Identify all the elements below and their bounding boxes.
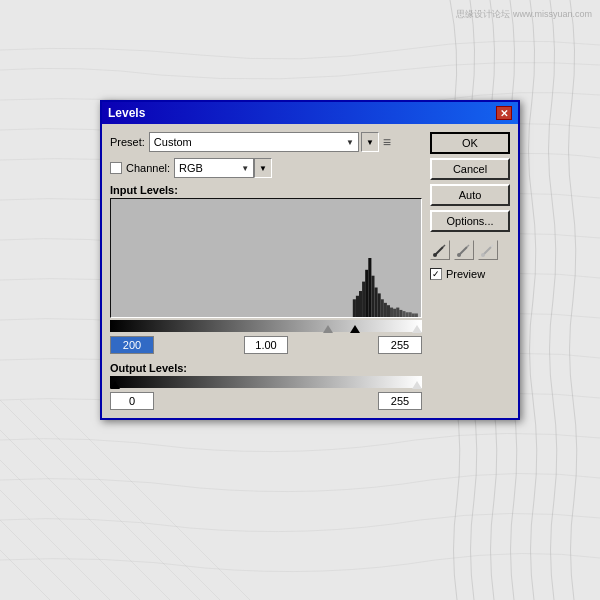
preset-row: Preset: Custom ▼ ▼ ≡ [110, 132, 422, 152]
svg-rect-29 [406, 312, 409, 317]
channel-dropdown-arrow: ▼ [241, 164, 249, 173]
channel-label: Channel: [126, 162, 170, 174]
preview-checkbox[interactable] [430, 268, 442, 280]
preview-label: Preview [446, 268, 485, 280]
output-white-slider[interactable] [412, 381, 422, 389]
input-slider-container [110, 320, 422, 332]
svg-rect-24 [390, 308, 393, 317]
input-levels-values [110, 336, 422, 354]
svg-line-37 [467, 245, 469, 247]
close-button[interactable]: ✕ [496, 106, 512, 120]
channel-checkbox[interactable] [110, 162, 122, 174]
eyedropper-row [430, 240, 510, 260]
svg-point-41 [481, 253, 485, 257]
preset-dropdown-button[interactable]: ▼ [361, 132, 379, 152]
channel-dropdown[interactable]: RGB ▼ [174, 158, 254, 178]
white-eyedropper[interactable] [478, 240, 498, 260]
input-black-value[interactable] [110, 336, 154, 354]
svg-rect-30 [409, 312, 412, 317]
svg-rect-16 [365, 270, 368, 317]
output-white-value[interactable] [378, 392, 422, 410]
black-point-slider[interactable] [350, 325, 360, 333]
watermark: 思缘设计论坛 www.missyuan.com [456, 8, 592, 21]
black-eyedropper[interactable] [430, 240, 450, 260]
gray-eyedropper[interactable] [454, 240, 474, 260]
preview-row: Preview [430, 268, 510, 280]
svg-rect-21 [381, 299, 384, 317]
svg-rect-17 [368, 258, 371, 317]
preset-dropdown-arrow: ▼ [346, 138, 354, 147]
channel-value: RGB [179, 162, 241, 174]
input-white-value[interactable] [378, 336, 422, 354]
svg-rect-31 [412, 313, 415, 317]
svg-rect-18 [371, 276, 374, 317]
svg-rect-13 [356, 296, 359, 317]
preset-dropdown[interactable]: Custom ▼ [149, 132, 359, 152]
svg-rect-12 [353, 299, 356, 317]
svg-rect-28 [402, 311, 405, 317]
options-button[interactable]: Options... [430, 210, 510, 232]
dialog-title: Levels [108, 106, 145, 120]
output-slider-track[interactable] [110, 376, 422, 388]
svg-rect-22 [384, 303, 387, 317]
svg-rect-25 [393, 309, 396, 317]
auto-button[interactable]: Auto [430, 184, 510, 206]
svg-rect-15 [362, 282, 365, 317]
ok-button[interactable]: OK [430, 132, 510, 154]
title-bar: Levels ✕ [102, 102, 518, 124]
histogram [110, 198, 422, 318]
output-levels-label: Output Levels: [110, 362, 422, 374]
preset-label: Preset: [110, 136, 145, 148]
input-slider-track[interactable] [110, 320, 422, 332]
svg-rect-19 [375, 288, 378, 318]
midpoint-slider[interactable] [323, 325, 333, 333]
channel-row: Channel: RGB ▼ ▼ [110, 158, 422, 178]
channel-dropdown-button[interactable]: ▼ [254, 158, 272, 178]
svg-rect-20 [378, 293, 381, 317]
cancel-button[interactable]: Cancel [430, 158, 510, 180]
svg-rect-26 [396, 308, 399, 317]
input-mid-value[interactable] [244, 336, 288, 354]
levels-dialog: Levels ✕ Preset: Custom ▼ ▼ ≡ Channel: R [100, 100, 520, 420]
svg-rect-23 [387, 305, 390, 317]
white-point-slider[interactable] [412, 325, 422, 333]
input-levels-label: Input Levels: [110, 184, 422, 196]
svg-rect-32 [415, 313, 418, 317]
svg-line-40 [491, 245, 493, 247]
output-slider-container [110, 376, 422, 388]
output-black-slider[interactable] [110, 381, 120, 389]
svg-rect-27 [399, 310, 402, 317]
output-black-value[interactable] [110, 392, 154, 410]
preset-value: Custom [154, 136, 346, 148]
svg-line-34 [443, 245, 445, 247]
svg-point-35 [433, 253, 437, 257]
preset-options-icon[interactable]: ≡ [383, 134, 391, 150]
svg-point-38 [457, 253, 461, 257]
output-levels-values [110, 392, 422, 410]
svg-rect-14 [359, 291, 362, 317]
